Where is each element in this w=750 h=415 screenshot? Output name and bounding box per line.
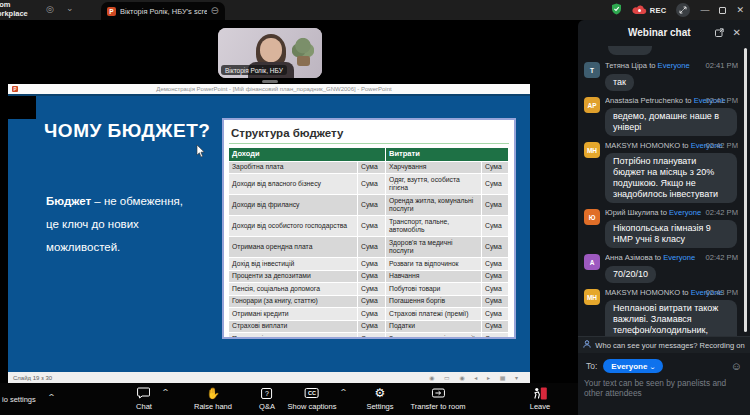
slide: ЧОМУ БЮДЖЕТ? Бюджет – не обмеження, це к… [8, 94, 530, 372]
message-recipient-link[interactable]: Everyone [663, 253, 695, 262]
chat-chevron-icon[interactable]: ⌃ [161, 388, 170, 397]
budget-cell: Сума [358, 333, 385, 339]
slide-counter: Слайд 19 з 30 [13, 375, 429, 381]
message-header: Юрий Шкулипа to Everyone02:42 PM [605, 208, 738, 218]
plant-pot [297, 56, 310, 66]
message-header: Тетяна Ціра to Everyone02:41 PM [605, 61, 738, 71]
tab-minimize-share-icon[interactable]: ⊖ [211, 6, 219, 16]
budget-cell: Проценти за депозитами [229, 271, 357, 283]
raise-hand-icon: ✋ [206, 386, 220, 400]
thumbnail-drag-handle[interactable] [262, 80, 278, 83]
to-label: To: [586, 361, 597, 371]
budget-cell: Отримані кредити [229, 308, 357, 320]
gear-icon: ⚙ [375, 386, 386, 400]
maximize-button[interactable] [719, 7, 726, 14]
budget-cell: Сума [358, 271, 385, 283]
show-captions-button[interactable]: CC Show captions [288, 386, 337, 411]
emoji-icon[interactable]: ☺ [731, 361, 742, 372]
slideshow-controls-icons[interactable]: ◉ ▭ ◉ ◂ ▸ ▦ ▾ [429, 374, 522, 381]
recording-notice-text: Who can see your messages? Recording on [595, 341, 744, 350]
recording-notice-banner[interactable]: Who can see your messages? Recording on [578, 336, 750, 353]
chat-message: APAnastasia Petruchenko to Everyone02:41… [584, 96, 738, 136]
message-bubble[interactable]: ведемо, домашнє наше в універі [605, 108, 737, 136]
budget-header-income: Доходи [229, 148, 385, 161]
chat-input[interactable]: Your text can be seen by panelists and o… [584, 378, 744, 398]
budget-structure-card: Структура бюджету Доходи Витрати Заробіт… [222, 118, 516, 339]
qa-icon: ? [262, 386, 273, 400]
powerpoint-window: P Демонстрація PowerPoint - [Мій фінансо… [8, 84, 530, 383]
speaker-name-label: Вікторія Ролік, НБУ [221, 65, 287, 75]
budget-cell: Сума [482, 162, 508, 174]
captions-icon: CC [305, 386, 319, 400]
transfer-to-room-button[interactable]: Transfer to room [410, 386, 465, 411]
budget-cell: Сума [482, 195, 508, 215]
avatar: MH [584, 142, 600, 158]
slide-body-text: Бюджет – не обмеження, це ключ до нових … [46, 190, 206, 259]
message-recipient-link[interactable]: Everyone [658, 61, 690, 70]
message-recipient-link[interactable]: Everyone [669, 208, 701, 217]
message-timestamp: 02:42 PM [705, 253, 738, 263]
leave-button[interactable]: Leave [530, 386, 550, 411]
fullscreen-button[interactable] [676, 3, 690, 17]
chat-button[interactable]: Chat [136, 386, 152, 411]
truncated-message-bubble[interactable] [608, 46, 652, 55]
message-bubble[interactable]: Непланові витрати також важливі. Зламавс… [605, 300, 737, 336]
window-titlebar: Zoom Workplace ◎ ⌄ P Вікторія Ролік, НБУ… [0, 0, 750, 20]
transfer-room-label: Transfer to room [410, 402, 465, 411]
message-bubble[interactable]: так [605, 74, 634, 91]
budget-cell: Заробітна плата [229, 162, 357, 174]
budget-cell: Заощадження та інвестиції [386, 333, 481, 339]
message-bubble[interactable]: Потрібно планувати бюджет на місяць з 20… [605, 153, 737, 203]
budget-cell: Сума [482, 308, 508, 320]
zoom-workplace-logo: Zoom Workplace [0, 1, 42, 19]
chat-message: MHMAKSYM HOMONKO to Everyone02:42 PMПотр… [584, 141, 738, 203]
message-timestamp: 02:42 PM [705, 141, 738, 151]
message-timestamp: 02:42 PM [705, 208, 738, 218]
budget-cell: Гонорари (за книгу, статтю) [229, 296, 357, 308]
budget-header-expense: Витрати [386, 148, 508, 161]
audio-settings-button[interactable]: io settings [2, 395, 36, 404]
captions-chevron-icon[interactable]: ⌃ [339, 388, 348, 397]
screen-share-tab[interactable]: P Вікторія Ролік, НБУ's screen ⊖ [101, 2, 225, 20]
audio-settings-chevron-icon[interactable]: ⌃ [47, 393, 56, 402]
shared-screen-area: Вікторія Ролік, НБУ P Демонстрація Power… [0, 20, 578, 383]
recipient-selector[interactable]: Everyone ⌄ [603, 359, 663, 373]
speaker-video-thumbnail[interactable]: Вікторія Ролік, НБУ [218, 28, 322, 78]
message-bubble[interactable]: 70/20/10 [605, 266, 656, 283]
budget-cell: Сума [358, 216, 385, 236]
sender-name: MAKSYM HOMONKO to [605, 288, 691, 297]
budget-cell: Сума [482, 174, 508, 194]
rec-label: REC [650, 6, 667, 15]
close-button[interactable]: ✕ [736, 6, 744, 15]
chat-scrollbar[interactable] [744, 48, 747, 332]
sender-name: Анна Азімова to [605, 253, 663, 262]
budget-cell: Страхові виплати [229, 321, 357, 333]
settings-button[interactable]: ⚙ Settings [366, 386, 393, 411]
minimize-button[interactable]: — [700, 6, 709, 15]
sender-name: Тетяна Ціра to [605, 61, 658, 70]
raise-hand-button[interactable]: ✋ Raise hand [194, 386, 232, 411]
budget-cell: Транспорт, пальне, автомобіль [386, 216, 481, 236]
budget-cell: Страхові платежі (премії) [386, 308, 481, 320]
budget-cell: Сума [482, 333, 508, 339]
speaker-face [260, 38, 282, 62]
budget-cell: Одяг, взуття, особиста гігієна [386, 174, 481, 194]
message-timestamp: 02:41 PM [705, 61, 738, 71]
powerpoint-title: Демонстрація PowerPoint - [Мій фінансови… [18, 86, 530, 92]
chat-close-icon[interactable]: ✕ [733, 27, 741, 38]
slide-body-bold: Бюджет [46, 195, 91, 207]
recipient-selected: Everyone [611, 362, 647, 371]
message-bubble[interactable]: Нікопольська гімназія 9 НМР учні 8 класу [605, 220, 737, 248]
budget-cell: Здоров'я та медичні послуги [386, 237, 481, 257]
powerpoint-icon: P [107, 7, 116, 16]
qa-button[interactable]: ? Q&A [259, 386, 275, 411]
chevron-down-icon[interactable]: ⌄ [66, 3, 74, 13]
budget-cell: Податкові знижки [229, 333, 357, 339]
popout-icon[interactable] [715, 28, 724, 37]
workspace-icon[interactable]: ◎ [46, 4, 54, 14]
budget-cell: Сума [358, 237, 385, 257]
recording-indicator[interactable]: REC [632, 5, 667, 15]
budget-cell: Погашення боргів [386, 296, 481, 308]
message-header: MAKSYM HOMONKO to Everyone02:42 PM [605, 141, 738, 151]
budget-cell: Сума [358, 321, 385, 333]
